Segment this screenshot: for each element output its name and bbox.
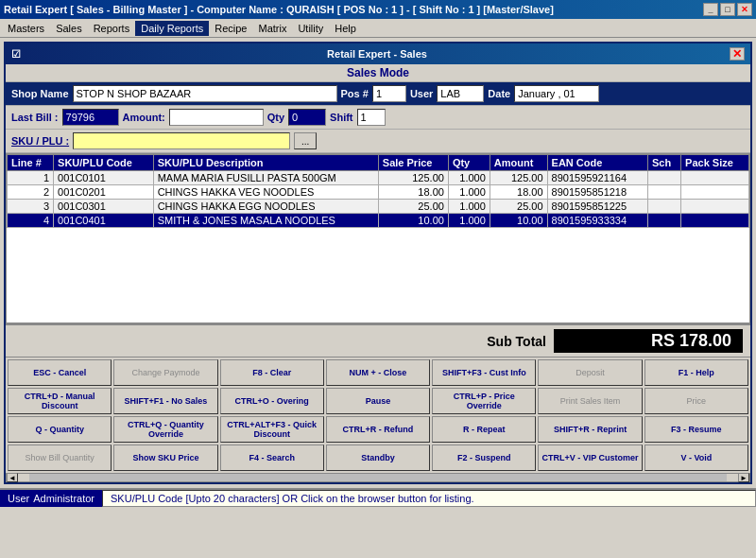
cell-price: 18.00 (378, 185, 448, 200)
menu-recipe[interactable]: Recipe (209, 21, 252, 36)
title-bar-controls: _ □ ✕ (703, 3, 752, 16)
sku-input[interactable] (73, 132, 290, 149)
shortcut-button[interactable]: CTRL+V - VIP Customer (538, 445, 642, 471)
shortcut-button[interactable]: ESC - Cancel (8, 359, 112, 386)
sku-label: SKU / PLU : (11, 135, 69, 147)
menu-bar: Masters Sales Reports Daily Reports Reci… (0, 19, 756, 38)
scroll-left-arrow[interactable]: ◄ (7, 473, 18, 482)
shortcut-button[interactable]: F8 - Clear (220, 359, 324, 386)
cell-line: 2 (8, 185, 54, 200)
shortcut-button[interactable]: F4 - Search (220, 445, 324, 471)
menu-matrix[interactable]: Matrix (252, 21, 292, 36)
user-input[interactable] (437, 85, 484, 102)
scroll-right-arrow[interactable]: ► (738, 473, 749, 482)
menu-help[interactable]: Help (329, 21, 362, 36)
shortcut-button[interactable]: CTRL+D - Manual Discount (8, 388, 112, 414)
cell-pack (681, 200, 749, 214)
shortcut-button[interactable]: V - Void (644, 445, 748, 471)
menu-reports[interactable]: Reports (88, 21, 136, 36)
shortcut-button[interactable]: SHIFT+F1 - No Sales (113, 388, 217, 414)
shortcut-button[interactable]: CTRL+ALT+F3 - Quick Discount (220, 416, 324, 443)
shortcut-button[interactable]: Change Paymode (113, 359, 217, 386)
shortcut-button[interactable]: CTRL+P - Price Override (432, 388, 536, 414)
col-pack: Pack Size (681, 155, 749, 171)
shortcut-button[interactable]: CTRL+R - Refund (326, 416, 430, 443)
qty-input[interactable] (288, 109, 326, 126)
table-row[interactable]: 4 001C0401 SMITH & JONES MASALA NOODLES … (8, 214, 749, 228)
menu-utility[interactable]: Utility (292, 21, 329, 36)
last-bill-input[interactable] (62, 109, 119, 126)
sales-mode-header: Sales Mode (6, 64, 750, 82)
minimize-button[interactable]: _ (703, 3, 718, 16)
shortcut-button[interactable]: CTRL+Q - Quantity Override (113, 416, 217, 443)
shortcut-button[interactable]: Deposit (538, 359, 642, 386)
col-price: Sale Price (378, 155, 448, 171)
shortcut-button[interactable]: Price (644, 388, 748, 414)
shortcut-button[interactable]: Standby (326, 445, 430, 471)
shortcut-button[interactable]: Show SKU Price (113, 445, 217, 471)
shortcut-button[interactable]: CTRL+O - Overing (220, 388, 324, 414)
table-empty-space (7, 228, 749, 323)
shortcut-button[interactable]: F3 - Resume (644, 416, 748, 443)
subtotal-label: Sub Total (487, 334, 546, 349)
col-qty: Qty (448, 155, 490, 171)
status-bar: User Administrator SKU/PLU Code [Upto 20… (0, 488, 756, 507)
table-row[interactable]: 1 001C0101 MAMA MARIA FUSILLI PASTA 500G… (8, 171, 749, 185)
qty-label: Qty (267, 112, 284, 123)
shortcut-button[interactable]: Show Bill Quantity (8, 445, 112, 471)
col-desc: SKU/PLU Description (153, 155, 378, 171)
shortcut-button[interactable]: F1 - Help (644, 359, 748, 386)
pos-label: Pos # (341, 88, 369, 99)
pos-input[interactable] (372, 85, 406, 102)
inner-title-checkbox[interactable]: ☑ (11, 48, 21, 61)
inner-close-icon: ✕ (732, 47, 742, 61)
shortcut-button[interactable]: SHIFT+F3 - Cust Info (432, 359, 536, 386)
amount-label: Amount: (123, 112, 165, 123)
sales-table-area: Line # SKU/PLU Code SKU/PLU Description … (6, 153, 750, 323)
table-row[interactable]: 3 001C0301 CHINGS HAKKA EGG NOODLES 25.0… (8, 200, 749, 214)
shortcut-button[interactable]: F2 - Suspend (432, 445, 536, 471)
cell-ean: 8901595851218 (547, 185, 647, 200)
user-label: User (410, 88, 433, 99)
shortcut-button[interactable]: Q - Quantity (8, 416, 112, 443)
last-bill-row: Last Bill : Amount: Qty Shift (6, 106, 750, 130)
cell-desc: CHINGS HAKKA EGG NOODLES (153, 200, 378, 214)
sku-browse-button[interactable]: ... (294, 132, 317, 149)
menu-daily-reports[interactable]: Daily Reports (135, 21, 209, 36)
shortcut-button[interactable]: Print Sales Item (538, 388, 642, 414)
date-label: Date (488, 88, 510, 99)
shortcut-button[interactable]: NUM + - Close (326, 359, 430, 386)
status-message: SKU/PLU Code [Upto 20 characters] OR Cli… (102, 490, 756, 507)
cell-sch (648, 214, 681, 228)
cell-ean: 8901595851225 (547, 200, 647, 214)
shortcut-button[interactable]: R - Repeat (432, 416, 536, 443)
sales-mode-text: Sales Mode (347, 66, 409, 79)
col-line: Line # (8, 155, 54, 171)
shortcut-button[interactable]: SHIFT+R - Reprint (538, 416, 642, 443)
shop-info-row: Shop Name Pos # User Date (6, 82, 750, 106)
shortcut-button[interactable]: Pause (326, 388, 430, 414)
cell-ean: 8901595921164 (547, 171, 647, 185)
menu-masters[interactable]: Masters (2, 21, 50, 36)
col-amount: Amount (490, 155, 547, 171)
table-row[interactable]: 2 001C0201 CHINGS HAKKA VEG NOODLES 18.0… (8, 185, 749, 200)
cell-sch (648, 171, 681, 185)
cell-pack (681, 171, 749, 185)
inner-close-button[interactable]: ✕ (730, 47, 745, 61)
date-input[interactable] (514, 85, 599, 102)
cell-line: 1 (8, 171, 54, 185)
shop-name-label: Shop Name (11, 88, 69, 99)
horizontal-scrollbar[interactable]: ◄ ► (6, 473, 750, 482)
cell-line: 4 (8, 214, 54, 228)
sales-window: ☑ Retail Expert - Sales ✕ Sales Mode Sho… (4, 42, 752, 484)
status-user-label: User (8, 493, 29, 504)
scroll-track[interactable] (29, 474, 727, 481)
shift-input[interactable] (357, 109, 386, 126)
maximize-button[interactable]: □ (720, 3, 735, 16)
shop-name-input[interactable] (73, 85, 337, 102)
close-button[interactable]: ✕ (737, 3, 752, 16)
cell-amount: 18.00 (490, 185, 547, 200)
menu-sales[interactable]: Sales (50, 21, 88, 36)
last-bill-label: Last Bill : (11, 112, 59, 123)
amount-input[interactable] (169, 109, 264, 126)
